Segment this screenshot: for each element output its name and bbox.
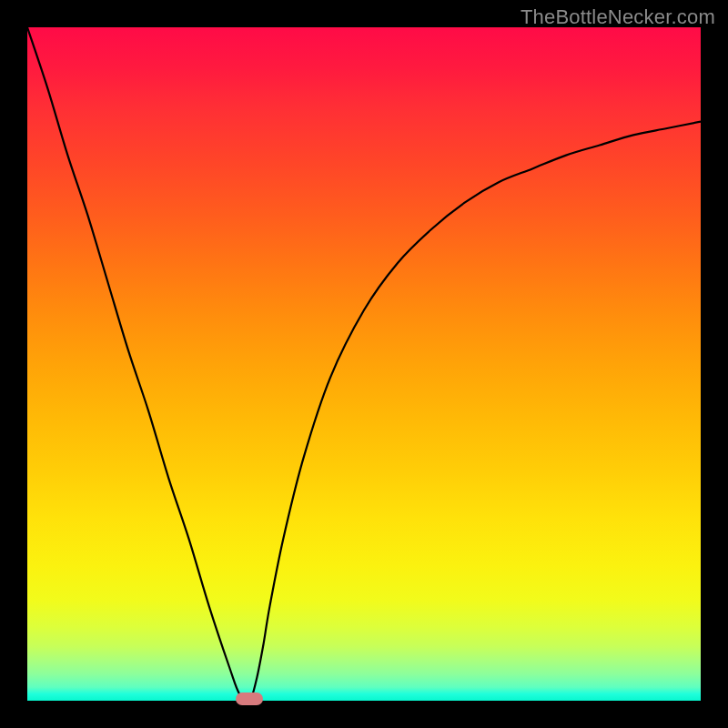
plot-area [27, 27, 701, 701]
chart-frame: TheBottleNecker.com [0, 0, 728, 728]
minimum-marker [236, 693, 263, 706]
watermark-text: TheBottleNecker.com [521, 5, 715, 29]
bottleneck-curve [27, 27, 701, 701]
